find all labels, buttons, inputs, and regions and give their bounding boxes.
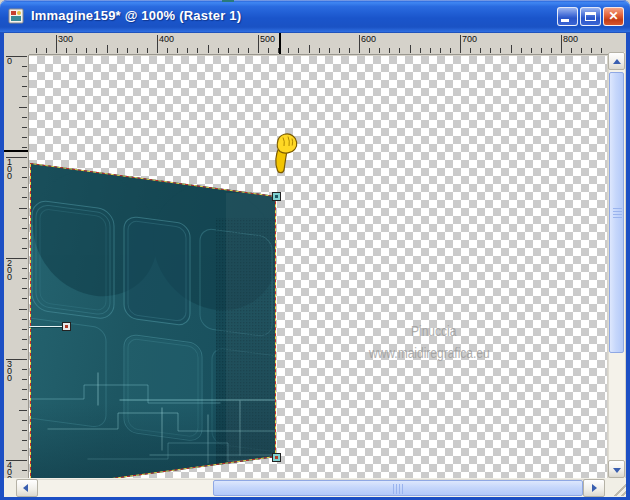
- deform-handle-bottom-right[interactable]: [272, 453, 281, 462]
- ruler-tick: [22, 167, 27, 168]
- ruler-tick: [22, 117, 27, 118]
- ruler-tick: [22, 177, 27, 178]
- ruler-label: 700: [462, 34, 477, 44]
- ruler-tick: [22, 248, 27, 249]
- watermark-name: Pinuccia: [411, 322, 456, 339]
- ruler-label: 0: [7, 58, 12, 65]
- image-canvas[interactable]: Pinuccia www.maidiregrafica.eu: [29, 56, 607, 478]
- ruler-corner: [4, 33, 29, 55]
- ruler-tick: [208, 45, 209, 53]
- scroll-down-button[interactable]: [608, 460, 625, 478]
- ruler-tick: [22, 268, 27, 269]
- ruler-tick: [187, 48, 188, 53]
- scroll-left-button[interactable]: [16, 479, 38, 497]
- ruler-tick: [22, 319, 27, 320]
- deform-handle-top-right[interactable]: [272, 192, 281, 201]
- image-window: Immagine159* @ 100% (Raster 1) ✕ 3004005…: [0, 0, 630, 500]
- horizontal-scrollbar[interactable]: [16, 479, 605, 497]
- ruler-tick: [319, 48, 320, 53]
- ruler-tick: [359, 35, 360, 53]
- close-button[interactable]: ✕: [603, 7, 624, 26]
- window-content: 300400500600700800 01 0 02 0 03 0 04 0 0: [4, 33, 626, 497]
- arrow-left-icon: [23, 484, 28, 492]
- handle-dot: [275, 195, 278, 198]
- ruler-tick: [561, 35, 562, 53]
- ruler-label: 800: [563, 34, 578, 44]
- handle-dot: [275, 456, 278, 459]
- ruler-tick: [22, 298, 27, 299]
- deformed-layer[interactable]: [30, 163, 276, 478]
- ruler-tick: [22, 278, 27, 279]
- ruler-tick: [541, 48, 542, 53]
- ruler-tick: [248, 48, 249, 53]
- thumb-grip-icon: [613, 208, 622, 219]
- background-fragment: [222, 0, 234, 2]
- ruler-tick: [258, 35, 259, 53]
- ruler-tick: [420, 48, 421, 53]
- ruler-tick: [147, 48, 148, 53]
- screenshot-root: { "titlebar": { "title": "Immagine159* @…: [0, 0, 630, 500]
- arrow-down-icon: [613, 468, 621, 473]
- ruler-tick: [228, 48, 229, 53]
- ruler-tick: [440, 48, 441, 53]
- ruler-tick: [22, 197, 27, 198]
- horizontal-ruler: 300400500600700800: [4, 33, 608, 55]
- vertical-ruler: 01 0 02 0 03 0 04 0 0: [4, 42, 29, 478]
- ruler-tick: [339, 48, 340, 53]
- ruler-tick: [268, 48, 269, 53]
- ruler-tick: [46, 48, 47, 53]
- ruler-tick: [36, 48, 37, 53]
- ruler-tick: [329, 48, 330, 53]
- vertical-scroll-thumb[interactable]: [609, 72, 624, 353]
- ruler-tick: [571, 48, 572, 53]
- ruler-tick: [22, 339, 27, 340]
- handle-connector-line: [29, 326, 62, 327]
- ruler-tick: [22, 450, 27, 451]
- ruler-tick: [22, 218, 27, 219]
- handle-dot: [65, 325, 68, 328]
- scroll-up-button[interactable]: [608, 52, 625, 70]
- vertical-scrollbar[interactable]: [608, 52, 625, 478]
- arrow-right-icon: [592, 484, 597, 492]
- deform-handle-left-center[interactable]: [62, 322, 71, 331]
- ruler-label: 3 0 0: [7, 361, 12, 382]
- ruler-tick: [56, 35, 57, 53]
- ruler-tick: [197, 48, 198, 53]
- ruler-tick: [591, 48, 592, 53]
- ruler-tick: [22, 187, 27, 188]
- ruler-tick: [410, 45, 411, 53]
- ruler-tick: [22, 96, 27, 97]
- ruler-tick: [521, 48, 522, 53]
- ruler-tick: [500, 48, 501, 53]
- ruler-tick: [177, 48, 178, 53]
- ruler-tick: [22, 389, 27, 390]
- ruler-label: 2 0 0: [7, 260, 12, 281]
- ruler-tick: [76, 48, 77, 53]
- ruler-tick: [218, 48, 219, 53]
- window-title: Immagine159* @ 100% (Raster 1): [31, 8, 241, 23]
- ruler-tick: [551, 48, 552, 53]
- ruler-tick: [19, 107, 27, 108]
- ruler-tick: [96, 48, 97, 53]
- ruler-tick: [22, 369, 27, 370]
- thumb-grip-icon: [393, 484, 404, 494]
- maximize-button[interactable]: [580, 7, 601, 26]
- ruler-label: 400: [159, 34, 174, 44]
- minimize-icon: [561, 19, 569, 22]
- titlebar[interactable]: Immagine159* @ 100% (Raster 1) ✕: [0, 0, 630, 33]
- horizontal-scroll-thumb[interactable]: [213, 480, 583, 496]
- ruler-tick: [22, 238, 27, 239]
- ruler-tick: [22, 137, 27, 138]
- ruler-tick: [22, 86, 27, 87]
- ruler-tick: [66, 48, 67, 53]
- ruler-tick: [22, 228, 27, 229]
- ruler-tick: [369, 48, 370, 53]
- ruler-label: 300: [58, 34, 73, 44]
- ruler-tick: [470, 48, 471, 53]
- ruler-tick: [22, 379, 27, 380]
- cursor-position-marker-x: [279, 33, 281, 54]
- ruler-label: 600: [361, 34, 376, 44]
- minimize-button[interactable]: [557, 7, 578, 26]
- scroll-right-button[interactable]: [583, 479, 605, 497]
- ruler-tick: [157, 35, 158, 53]
